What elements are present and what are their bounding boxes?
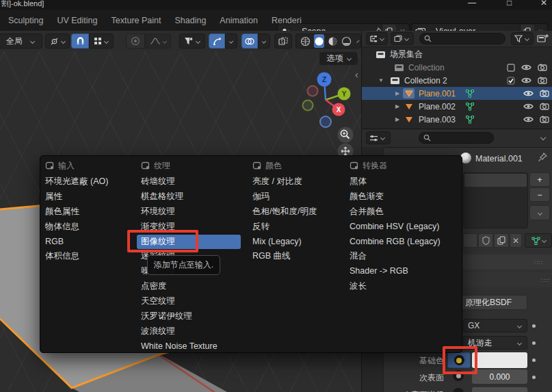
socket-button[interactable] [453, 388, 464, 392]
material-slot-active[interactable] [464, 174, 527, 187]
outliner-search-input[interactable] [432, 34, 499, 44]
camera-visibility-icon[interactable] [540, 103, 549, 110]
proportional-editing-toggle[interactable] [126, 34, 145, 49]
menu-item[interactable]: Mix (Legacy) [248, 235, 344, 250]
menu-item[interactable]: RGB [41, 235, 135, 250]
collapsed-caret-icon[interactable]: ▶ [393, 103, 402, 109]
menu-item[interactable]: 环境纹理 [137, 205, 241, 220]
workspace-tab[interactable]: Sculpting [8, 16, 43, 25]
menu-item[interactable]: RGB 曲线 [248, 249, 344, 264]
menu-item[interactable]: 砖墙纹理 [137, 174, 241, 190]
menu-item[interactable]: 亮度 / 对比度 [248, 174, 344, 190]
show-gizmo-toggle[interactable] [209, 34, 225, 49]
transform-orientation-dropdown[interactable]: 全局 [0, 34, 42, 49]
panel-grip-dots[interactable]: ∷∷ [541, 277, 550, 284]
outliner-row-collection2[interactable]: ▼ Collection 2 [362, 74, 552, 87]
eye-icon[interactable] [521, 77, 531, 84]
menu-item[interactable]: Combine HSV (Legacy) [345, 220, 459, 235]
panel-header-strip[interactable] [454, 272, 552, 287]
base-color-swatch[interactable] [472, 352, 527, 368]
menu-item[interactable]: Shader -> RGB [345, 264, 459, 279]
menu-item[interactable]: 波长 [345, 279, 459, 294]
menu-item[interactable]: 合并颜色 [345, 205, 459, 220]
workspace-tab[interactable]: UV Editing [57, 16, 97, 25]
slot-specials-dropdown[interactable] [529, 205, 550, 220]
overlays-dropdown[interactable] [258, 34, 270, 49]
properties-editor-type-dropdown[interactable] [366, 131, 391, 144]
outliner-display-mode-dropdown[interactable] [366, 32, 388, 45]
camera-visibility-icon[interactable] [540, 90, 549, 97]
sidebar-collapse-arrow[interactable]: ‹ [355, 69, 358, 80]
camera-visibility-icon[interactable] [538, 64, 547, 71]
checkbox-checked-icon[interactable] [507, 77, 515, 85]
visibility-dropdown[interactable] [179, 34, 205, 49]
animate-dot[interactable] [532, 376, 536, 379]
menu-item[interactable]: 棋盘格纹理 [137, 190, 241, 205]
add-slot-button[interactable]: + [529, 172, 550, 187]
workspace-tab[interactable]: Animation [220, 16, 258, 25]
checkbox-unchecked-icon[interactable] [507, 64, 515, 72]
fake-user-button[interactable] [478, 233, 493, 248]
proportional-falloff-dropdown[interactable] [145, 34, 171, 49]
snap-with-dropdown[interactable] [89, 34, 114, 49]
material-preview-shading-icon[interactable] [328, 36, 338, 47]
show-overlays-toggle[interactable] [241, 34, 258, 49]
menu-item[interactable]: 天空纹理 [137, 294, 241, 309]
eye-icon[interactable] [523, 103, 534, 110]
camera-visibility-icon[interactable] [538, 77, 547, 84]
new-collection-button[interactable] [537, 34, 549, 44]
properties-search[interactable] [419, 132, 494, 144]
eye-icon[interactable] [523, 116, 534, 123]
pivot-point-dropdown[interactable] [45, 34, 70, 49]
menu-item[interactable]: 波浪纹理 [137, 324, 241, 339]
unlink-material-button[interactable]: ✕ [510, 233, 522, 248]
gizmo-dropdown[interactable] [225, 34, 237, 49]
properties-search-input[interactable] [431, 133, 490, 143]
menu-item[interactable]: 点密度 [137, 279, 241, 294]
material-name-field-stub[interactable] [463, 233, 477, 248]
surface-shader-button[interactable]: 原理化BSDF [459, 295, 527, 310]
menu-item[interactable]: 沃罗诺伊纹理 [137, 309, 241, 324]
collapsed-caret-icon[interactable]: ▶ [393, 116, 402, 122]
camera-visibility-icon[interactable] [540, 116, 549, 123]
rendered-shading-icon[interactable] [341, 36, 352, 47]
animate-dot[interactable] [532, 341, 536, 345]
menu-item[interactable]: 属性 [41, 190, 135, 205]
menu-item[interactable]: 物体信息 [41, 220, 135, 235]
pin-icon[interactable] [538, 153, 547, 162]
solid-shading-icon[interactable] [314, 34, 324, 48]
xray-toggle[interactable] [274, 34, 292, 49]
menu-item[interactable]: 体积信息 [41, 249, 135, 264]
wireframe-shading-icon[interactable] [300, 36, 311, 47]
material-slot-list[interactable] [463, 172, 528, 228]
animate-dot[interactable] [532, 324, 536, 328]
outliner-filter-source-dropdown[interactable] [391, 32, 414, 45]
snap-toggle-button[interactable] [71, 34, 89, 49]
collapsed-caret-icon[interactable]: ▶ [393, 90, 402, 96]
menu-item[interactable]: 黑体 [345, 174, 459, 190]
browse-material-dropdown[interactable] [525, 233, 552, 248]
expand-caret-icon[interactable]: ▼ [377, 77, 385, 83]
outliner-row-collection[interactable]: Collection [362, 61, 552, 74]
outliner-row-plane001[interactable]: ▶ Plane.001 [362, 87, 552, 100]
menu-item[interactable]: 伽玛 [248, 190, 344, 205]
menu-item[interactable]: White Noise Texture [137, 339, 241, 354]
eye-icon[interactable] [521, 64, 531, 71]
copy-material-button[interactable] [494, 233, 509, 248]
eye-icon[interactable] [523, 90, 534, 97]
animate-dot[interactable] [532, 358, 536, 362]
menu-item[interactable]: 环境光遮蔽 (AO) [41, 174, 135, 190]
menu-item[interactable]: 反转 [248, 220, 344, 235]
menu-item[interactable]: Combine RGB (Legacy) [345, 235, 459, 250]
properties-options-dropdown[interactable] [540, 135, 546, 140]
maximize-button[interactable]: □ [507, 0, 512, 8]
menu-item[interactable]: 混合 [345, 249, 459, 264]
subsurface-value-field[interactable]: 0.000 [472, 369, 527, 384]
remove-slot-button[interactable]: − [529, 187, 550, 202]
workspace-tab[interactable]: Texture Paint [111, 16, 161, 25]
value-field[interactable] [472, 387, 527, 392]
viewport-options-button[interactable]: 选项 [319, 52, 358, 65]
outliner-search[interactable] [419, 33, 505, 44]
workspace-tab[interactable]: Shading [174, 16, 206, 25]
outliner-filter-dropdown[interactable] [511, 32, 534, 45]
